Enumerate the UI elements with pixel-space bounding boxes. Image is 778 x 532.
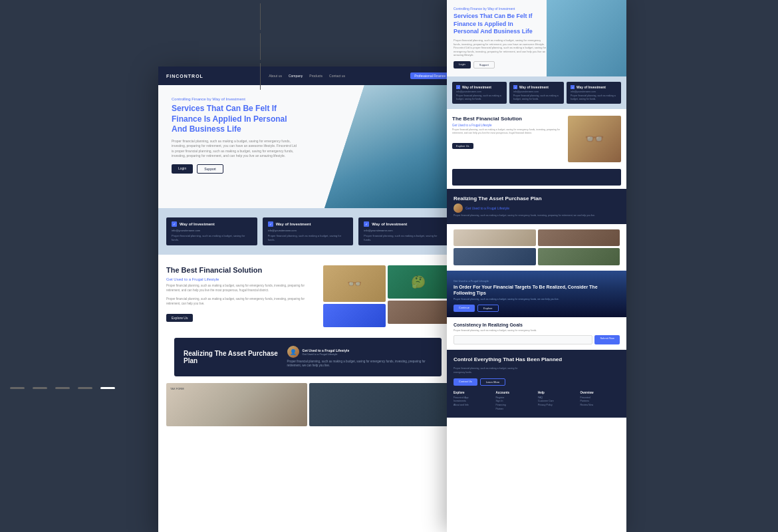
asset-wrapper: Realizing The Asset Purchase Plan 👤 Get … [158,338,457,376]
rp-invest-card-1: ✓ Way of Investment info@yoursitename.co… [452,82,507,104]
rp-goals-input-row: Submit Now [454,335,620,344]
rp-btn-support[interactable]: Support [473,61,495,68]
dot-2[interactable] [33,387,47,389]
rp-footer-accounts-item-4[interactable]: Partner [496,408,536,412]
nav-about[interactable]: About us [269,74,282,78]
asset-person-details: Get Used to a Frugal Lifestyle Get Used … [303,348,350,356]
rp-footer-help-item-3[interactable]: Privacy Policy [538,404,578,408]
dot-4[interactable] [78,387,92,389]
dot-5[interactable] [100,387,115,389]
rp-finance-title: The Best Financial Solution [452,116,563,122]
finance-content: The Best Financial Solution Get Used to … [166,265,315,322]
rp-grid-img-4 [538,248,620,265]
rp-asset-section: Realizing The Asset Purchase Plan Get Us… [447,189,626,224]
invest-card-2-header: ✓ Way of Investment [268,221,348,227]
rp-btn-learn[interactable]: Explore Us [452,143,473,149]
invest-card-3-header: ✓ Way of Investment [364,221,444,227]
btn-explore[interactable]: Explore Us [166,314,193,322]
asset-person: 👤 Get Used to a Frugal Lifestyle Get Use… [287,346,432,358]
decorative-lines [259,0,261,80]
pagination [10,387,115,389]
rp-hero-desc: Proper financial planning, such as makin… [454,39,547,57]
invest-card-2-desc: Proper financial planning, such as makin… [268,234,348,241]
navbar-brand: FINCONTROL [166,74,203,78]
bottom-images: TAX FORM [158,376,457,426]
btn-login[interactable]: Login [172,164,193,174]
asset-section: Realizing The Asset Purchase Plan 👤 Get … [174,338,442,376]
invest-check-3: ✓ [364,221,369,227]
rp-footer-explore-item-3[interactable]: About and Info [454,404,493,408]
rp-hero-title: Services That Can Be Felt If Finance Is … [454,13,540,36]
rp-footer-btn-learn[interactable]: Learn More [480,378,505,386]
rp-footer-col-overview: Overview Fincontrol Partners Review Now [581,391,620,411]
rp-footer-col-overview-title: Overview [581,391,620,394]
rp-fw-btn-explore[interactable]: Explore [477,305,499,312]
rp-footer-title: Control Everything That Has Been Planned [454,356,620,363]
hero-title-part2: And Business Life [172,124,241,134]
rp-invest-desc-2: Proper financial planning, such as makin… [513,94,560,100]
invest-card-1-sub: info@yoursitename.com [172,229,252,232]
rp-invest-title-3: Way of Investment [577,85,606,89]
rp-goals-desc: Proper financial planning, such as makin… [454,329,620,332]
invest-section: ✓ Way of Investment info@yoursitename.co… [158,208,457,255]
rp-footer-col-explore: Explore Fincontrol App Investments About… [454,391,493,411]
rp-invest-desc-3: Proper financial planning, such as makin… [571,94,617,100]
invest-card-3-desc: Proper financial planning, such as makin… [364,234,444,241]
asset-person-name: Get Used to a Frugal Lifestyle [303,348,350,352]
rp-asset-title: Realizing The Asset Purchase Plan [454,196,620,201]
finance-desc-1: Proper financial planning, such as makin… [166,284,315,293]
rp-asset-desc: Proper financial planning, such as makin… [454,214,620,217]
rp-finance-content: The Best Financial Solution Get Used to … [452,116,563,162]
rp-fw-title: In Order For Your Financial Targets To B… [454,284,620,296]
rp-fw-btn-continue[interactable]: Continue [454,305,475,312]
invest-card-2-sub: info@yoursitename.com [268,229,348,232]
asset-avatar: 👤 [287,346,299,358]
rp-hero: Controlling Finance by Way of Investment… [447,0,626,76]
finance-section: The Best Financial Solution Get Used to … [158,255,457,338]
rp-fw-desc: Proper financial planning, such as makin… [454,298,620,301]
rp-grid-img-2 [538,229,620,247]
rp-footer-col-accounts-title: Accounts [496,391,536,394]
rp-hero-image [547,0,626,76]
rp-asset-name: Get Used to a Frugal Lifestyle [465,206,509,210]
rp-footer-btn-contact[interactable]: Contact Us [454,378,477,386]
rp-footer-links: Explore Fincontrol App Investments About… [454,391,620,411]
invest-check-1: ✓ [172,221,177,227]
rp-fw-btns: Continue Explore [454,305,620,312]
invest-card-2-title: Way of Investment [276,222,311,226]
dot-3[interactable] [55,387,70,389]
hero-section: Controlling Finance by Way of Investment… [158,85,457,208]
rp-footer-overview-item-3[interactable]: Review Now [581,404,620,408]
nav-products[interactable]: Products [309,74,323,78]
rp-invest-check-2: ✓ [513,85,517,89]
rp-goals-input[interactable] [454,335,592,344]
finance-desc-2: Proper financial planning, such as makin… [166,297,315,307]
rp-invest-desc-1: Proper financial planning, such as makin… [456,94,503,100]
invest-card-1: ✓ Way of Investment info@yoursitename.co… [166,217,257,245]
rp-footer-btns: Contact Us Learn More [454,378,620,386]
rp-finance-subtitle: Get Used to a Frugal Lifestyle [452,124,563,127]
finance-img-2 [323,304,386,327]
person-thinking-icon: 🤔 [388,265,450,299]
asset-desc: Proper financial planning, such as makin… [287,360,432,368]
asset-title: Realizing The Asset Purchase Plan [184,350,281,364]
nav-company[interactable]: Company [289,74,303,78]
invest-card-3-title: Way of Investment [372,222,407,226]
rp-btn-login[interactable]: Login [454,61,471,68]
invest-card-2: ✓ Way of Investment info@yoursitename.co… [263,217,354,245]
dot-1[interactable] [10,387,25,389]
nav-contact[interactable]: Contact us [329,74,345,78]
rp-finance-desc: Proper financial planning, such as makin… [452,128,563,135]
btn-support[interactable]: Support [197,164,223,174]
rp-goals-submit[interactable]: Submit Now [594,335,620,344]
rp-invest-sub-2: info@yoursitename.com [513,90,560,93]
rp-invest-header-2: ✓ Way of Investment [513,85,560,89]
invest-card-1-desc: Proper financial planning, such as makin… [172,234,252,241]
nav-cta[interactable]: Professional Finance [410,72,450,79]
rp-hero-title-part2: And Business Life [479,28,533,35]
finance-img-col-2: 🤔 [388,265,450,327]
rp-grid-img-1 [454,229,536,247]
rp-goals-title: Consistency In Realizing Goals [454,323,620,327]
tax-form-image: TAX FORM [166,383,307,426]
invest-card-1-header: ✓ Way of Investment [172,221,252,227]
